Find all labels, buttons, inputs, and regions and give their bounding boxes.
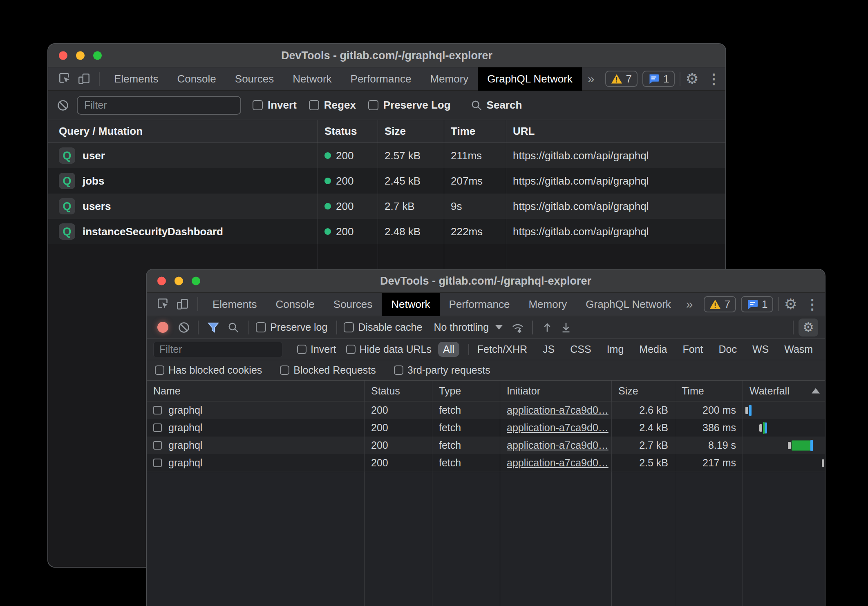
chevron-down-icon[interactable] [495,325,503,330]
tab-network[interactable]: Network [283,67,341,91]
device-toolbar-icon[interactable] [175,297,190,312]
issues-badge[interactable]: 1 [741,296,773,312]
column-header-size[interactable]: Size [612,381,675,401]
minimize-button[interactable] [174,277,183,285]
blocked-requests-checkbox[interactable] [280,365,289,375]
tab-console[interactable]: Console [168,67,225,91]
tab-elements[interactable]: Elements [203,293,266,316]
initiator-link[interactable]: application-a7ca9d0… [507,422,608,434]
initiator-link[interactable]: application-a7ca9d0… [507,404,608,416]
column-header-initiator[interactable]: Initiator [500,381,612,401]
kebab-menu-icon[interactable]: ⋮ [805,296,819,312]
issues-badge[interactable]: 1 [642,71,675,87]
row-checkbox[interactable] [153,441,162,450]
import-har-icon[interactable] [541,321,553,334]
row-checkbox[interactable] [153,459,162,467]
disable-cache-checkbox[interactable] [344,322,354,332]
preserve-log-checkbox[interactable] [368,100,378,110]
filter-chip-fetch-xhr[interactable]: Fetch/XHR [472,342,532,357]
filter-chip-all[interactable]: All [438,342,459,357]
filter-chip-doc[interactable]: Doc [714,342,741,357]
filter-chip-js[interactable]: JS [538,342,559,357]
table-row[interactable]: graphql 200 fetch application-a7ca9d0… 2… [147,401,825,419]
close-button[interactable] [59,51,67,60]
clear-icon[interactable] [177,321,190,334]
column-header-url[interactable]: URL [506,120,725,143]
more-tabs-icon[interactable]: » [588,72,595,86]
clear-icon[interactable] [56,99,69,112]
settings-gear-icon[interactable]: ⚙ [784,297,797,312]
search-icon[interactable] [227,321,239,334]
filter-input[interactable] [153,342,282,357]
table-row[interactable]: Qusers 200 2.7 kB 9s https://gitlab.com/… [48,194,725,219]
tab-sources[interactable]: Sources [324,293,382,316]
filter-input[interactable] [77,96,241,115]
network-conditions-icon[interactable] [511,321,525,334]
filter-chip-img[interactable]: Img [602,342,629,357]
tab-performance[interactable]: Performance [341,67,421,91]
warnings-badge[interactable]: 7 [605,71,638,87]
column-header-name[interactable]: Name [147,381,365,401]
initiator-link[interactable]: application-a7ca9d0… [507,457,608,469]
column-header-time[interactable]: Time [675,381,743,401]
column-header-query-mutation[interactable]: Query / Mutation [48,120,318,143]
network-settings-button[interactable]: ⚙ [799,319,818,336]
tab-network[interactable]: Network [382,293,439,316]
tab-graphql-network[interactable]: GraphQL Network [576,293,680,316]
titlebar[interactable]: DevTools - gitlab.com/-/graphql-explorer [147,270,825,293]
initiator-link[interactable]: application-a7ca9d0… [507,439,608,451]
tab-elements[interactable]: Elements [105,67,168,91]
throttling-select-value[interactable]: No throttling [434,321,489,333]
inspect-element-icon[interactable] [156,297,170,312]
filter-chip-manifest[interactable]: Manifest [823,342,825,357]
titlebar[interactable]: DevTools - gitlab.com/-/graphql-explorer [48,44,725,67]
inspect-element-icon[interactable] [57,71,72,86]
column-header-waterfall[interactable]: Waterfall [743,381,825,401]
row-checkbox[interactable] [153,406,162,414]
record-button[interactable] [157,322,168,333]
column-header-time[interactable]: Time [444,120,506,143]
third-party-requests-checkbox[interactable] [394,365,403,375]
filter-chip-wasm[interactable]: Wasm [779,342,818,357]
tab-memory[interactable]: Memory [421,67,478,91]
close-button[interactable] [157,277,166,285]
column-header-status[interactable]: Status [365,381,432,401]
more-tabs-icon[interactable]: » [686,297,693,311]
table-row[interactable]: graphql 200 fetch application-a7ca9d0… 2… [147,437,825,454]
table-row[interactable]: graphql 200 fetch application-a7ca9d0… 2… [147,454,825,472]
column-header-size[interactable]: Size [378,120,444,143]
column-header-status[interactable]: Status [318,120,378,143]
regex-checkbox[interactable] [309,100,319,110]
filter-funnel-icon[interactable] [207,321,220,334]
export-har-icon[interactable] [560,321,572,334]
row-checkbox[interactable] [153,423,162,432]
table-row[interactable]: Qjobs 200 2.45 kB 207ms https://gitlab.c… [48,168,725,194]
device-toolbar-icon[interactable] [77,71,92,86]
preserve-log-checkbox[interactable] [256,322,266,332]
settings-gear-icon[interactable]: ⚙ [685,71,698,86]
filter-chip-font[interactable]: Font [678,342,708,357]
filter-chip-ws[interactable]: WS [747,342,774,357]
tab-memory[interactable]: Memory [519,293,576,316]
tab-performance[interactable]: Performance [440,293,519,316]
filter-chip-media[interactable]: Media [634,342,672,357]
tab-sources[interactable]: Sources [226,67,283,91]
invert-checkbox[interactable] [253,100,263,110]
tab-console[interactable]: Console [266,293,324,316]
tab-graphql-network[interactable]: GraphQL Network [478,67,582,91]
zoom-button[interactable] [192,277,200,285]
table-row[interactable]: QinstanceSecurityDashboard 200 2.48 kB 2… [48,219,725,244]
warnings-badge[interactable]: 7 [704,296,736,312]
filter-chip-css[interactable]: CSS [565,342,596,357]
invert-checkbox[interactable] [297,345,306,354]
hide-data-urls-checkbox[interactable] [346,345,356,354]
search-icon[interactable] [470,99,483,111]
zoom-button[interactable] [93,51,102,60]
time-value: 200 ms [675,401,743,419]
column-header-type[interactable]: Type [432,381,500,401]
table-row[interactable]: Quser 200 2.57 kB 211ms https://gitlab.c… [48,143,725,168]
table-row[interactable]: graphql 200 fetch application-a7ca9d0… 2… [147,419,825,437]
kebab-menu-icon[interactable]: ⋮ [707,71,721,87]
minimize-button[interactable] [76,51,85,60]
has-blocked-cookies-checkbox[interactable] [155,365,164,375]
